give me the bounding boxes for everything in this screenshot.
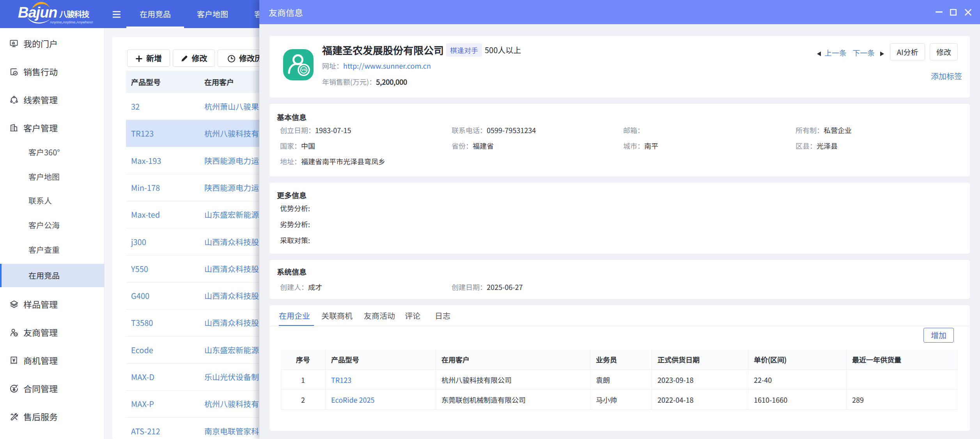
svg-text:Anyone,Anytime,Anywhere!: Anyone,Anytime,Anywhere! [50,20,93,24]
svg-text:八骏科技: 八骏科技 [59,8,90,20]
svg-text:Bajun: Bajun [18,4,57,21]
svg-text:VS: VS [301,68,307,72]
svg-text:VS: VS [14,333,18,336]
